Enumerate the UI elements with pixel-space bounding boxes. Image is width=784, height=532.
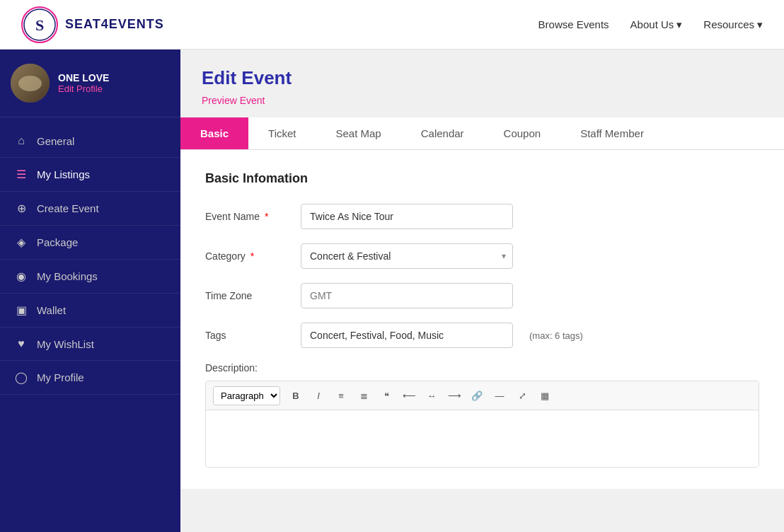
italic-button[interactable]: I: [309, 386, 328, 405]
avatar-image: [11, 64, 50, 103]
event-name-input[interactable]: [301, 204, 513, 229]
chevron-down-icon: ▾: [676, 18, 682, 31]
tags-input[interactable]: [301, 323, 513, 348]
logo-text: SEAT4EVENTS: [65, 17, 164, 32]
align-center-button[interactable]: ↔: [422, 386, 442, 405]
table-button[interactable]: ▦: [535, 386, 555, 405]
category-row: Category * Concert & Festival Sports Art…: [205, 243, 759, 269]
ordered-list-button[interactable]: ≣: [354, 386, 374, 405]
section-title: Basic Infomation: [205, 171, 759, 186]
tab-coupon[interactable]: Coupon: [484, 117, 561, 149]
editor-toolbar: Paragraph Heading 1 Heading 2 B I ≡ ≣ ❝ …: [206, 381, 759, 410]
timezone-input[interactable]: [301, 283, 513, 308]
sidebar-item-my-listings[interactable]: ☰ My Listings: [0, 158, 180, 192]
svg-text:S: S: [35, 16, 44, 34]
horizontal-rule-button[interactable]: —: [490, 386, 509, 405]
sidebar-item-my-profile[interactable]: ◯ My Profile: [0, 361, 180, 395]
main-nav: Browse Events About Us ▾ Resources ▾: [538, 18, 763, 31]
link-button[interactable]: 🔗: [467, 386, 487, 405]
description-label: Description:: [205, 362, 759, 374]
tab-basic[interactable]: Basic: [180, 117, 248, 149]
rich-text-editor: Paragraph Heading 1 Heading 2 B I ≡ ≣ ❝ …: [205, 381, 759, 468]
paragraph-select[interactable]: Paragraph Heading 1 Heading 2: [213, 386, 280, 405]
sidebar-profile: ONE LOVE Edit Profile: [0, 50, 180, 117]
category-select[interactable]: Concert & Festival Sports Arts & Theatre…: [301, 243, 513, 269]
sidebar-item-wallet[interactable]: ▣ Wallet: [0, 294, 180, 328]
chevron-down-icon: ▾: [757, 18, 763, 31]
tab-calendar[interactable]: Calendar: [401, 117, 484, 149]
avatar: [11, 64, 50, 103]
sidebar-item-label: Create Event: [37, 202, 99, 214]
sidebar-nav: ⌂ General ☰ My Listings ⊕ Create Event ◈…: [0, 117, 180, 402]
event-name-row: Event Name *: [205, 204, 759, 229]
main-header: S SEAT4EVENTS Browse Events About Us ▾ R…: [0, 0, 784, 50]
page-header: Edit Event Preview Event: [180, 50, 784, 117]
tabs-bar: Basic Ticket Seat Map Calendar Coupon St…: [180, 117, 784, 150]
home-icon: ⌂: [14, 134, 28, 147]
required-indicator: *: [250, 250, 254, 262]
wallet-icon: ▣: [14, 303, 28, 317]
sidebar-item-wishlist[interactable]: ♥ My WishList: [0, 328, 180, 361]
package-icon: ◈: [14, 236, 28, 249]
bookings-icon: ◉: [14, 270, 28, 283]
list-icon: ☰: [14, 168, 28, 181]
description-row: Description: Paragraph Heading 1 Heading…: [205, 362, 759, 468]
sidebar-item-label: Package: [37, 236, 78, 248]
main-content: Edit Event Preview Event Basic Ticket Se…: [180, 50, 784, 532]
nav-resources[interactable]: Resources ▾: [703, 18, 763, 31]
sidebar-item-label: Wallet: [37, 304, 66, 316]
sidebar-item-package[interactable]: ◈ Package: [0, 226, 180, 260]
unordered-list-button[interactable]: ≡: [331, 386, 351, 405]
sidebar-item-general[interactable]: ⌂ General: [0, 125, 180, 158]
blockquote-button[interactable]: ❝: [376, 386, 396, 405]
sidebar: ONE LOVE Edit Profile ⌂ General ☰ My Lis…: [0, 50, 180, 532]
event-name-label: Event Name *: [205, 211, 290, 222]
timezone-row: Time Zone: [205, 283, 759, 308]
sidebar-item-create-event[interactable]: ⊕ Create Event: [0, 192, 180, 226]
heart-icon: ♥: [14, 337, 28, 350]
sidebar-item-my-bookings[interactable]: ◉ My Bookings: [0, 260, 180, 294]
preview-event-link[interactable]: Preview Event: [202, 95, 265, 106]
tab-staff-member[interactable]: Staff Member: [560, 117, 664, 149]
required-indicator: *: [265, 211, 268, 222]
fullscreen-button[interactable]: ⤢: [512, 386, 532, 405]
tags-hint: (max: 6 tags): [529, 330, 583, 341]
sidebar-item-label: My Listings: [37, 168, 90, 180]
sidebar-item-label: My Profile: [37, 371, 84, 383]
tags-label: Tags: [205, 330, 290, 341]
profile-info: ONE LOVE Edit Profile: [58, 72, 109, 94]
align-left-button[interactable]: ⟵: [399, 386, 419, 405]
tab-ticket[interactable]: Ticket: [248, 117, 316, 149]
category-select-wrapper: Concert & Festival Sports Arts & Theatre…: [301, 243, 513, 269]
sidebar-item-label: My Bookings: [37, 270, 98, 282]
tab-seat-map[interactable]: Seat Map: [316, 117, 400, 149]
plus-circle-icon: ⊕: [14, 202, 28, 215]
nav-about-us[interactable]: About Us ▾: [630, 18, 683, 31]
tags-row: Tags (max: 6 tags): [205, 323, 759, 348]
sidebar-item-label: My WishList: [37, 338, 94, 350]
page-layout: ONE LOVE Edit Profile ⌂ General ☰ My Lis…: [0, 50, 784, 532]
timezone-label: Time Zone: [205, 290, 290, 301]
profile-username: ONE LOVE: [58, 72, 109, 83]
bold-button[interactable]: B: [286, 386, 306, 405]
nav-browse-events[interactable]: Browse Events: [538, 18, 609, 30]
basic-form: Basic Infomation Event Name * Category *…: [180, 150, 784, 489]
page-title: Edit Event: [202, 67, 763, 89]
category-label: Category *: [205, 250, 290, 262]
align-right-button[interactable]: ⟶: [444, 386, 464, 405]
sidebar-item-label: General: [37, 135, 74, 147]
logo-icon: S: [21, 6, 58, 43]
user-icon: ◯: [14, 371, 28, 384]
editor-body[interactable]: [206, 410, 759, 467]
logo[interactable]: S SEAT4EVENTS: [21, 6, 164, 43]
edit-profile-link[interactable]: Edit Profile: [58, 83, 109, 94]
